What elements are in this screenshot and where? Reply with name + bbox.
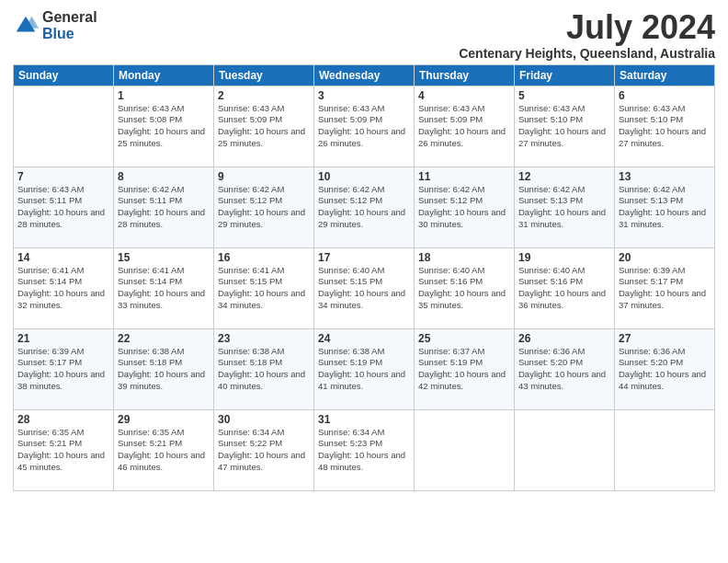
calendar-cell: 6Sunrise: 6:43 AM Sunset: 5:10 PM Daylig… [615,86,715,167]
calendar-header-saturday: Saturday [615,64,715,86]
day-number: 5 [518,89,610,102]
calendar-header-friday: Friday [515,64,615,86]
day-number: 20 [619,251,711,264]
calendar-cell: 13Sunrise: 6:42 AM Sunset: 5:13 PM Dayli… [615,167,715,247]
calendar-cell: 21Sunrise: 6:39 AM Sunset: 5:17 PM Dayli… [14,328,114,409]
day-info: Sunrise: 6:38 AM Sunset: 5:18 PM Dayligh… [218,346,310,393]
calendar-cell: 11Sunrise: 6:42 AM Sunset: 5:12 PM Dayli… [415,167,515,247]
calendar-cell: 30Sunrise: 6:34 AM Sunset: 5:22 PM Dayli… [214,409,314,490]
calendar-cell: 27Sunrise: 6:36 AM Sunset: 5:20 PM Dayli… [615,328,715,409]
day-number: 29 [118,413,210,426]
day-info: Sunrise: 6:43 AM Sunset: 5:11 PM Dayligh… [17,184,109,231]
logo-icon [13,13,39,39]
day-number: 12 [518,170,610,183]
calendar-cell: 8Sunrise: 6:42 AM Sunset: 5:11 PM Daylig… [114,167,214,247]
day-number: 9 [218,170,310,183]
page-container: General Blue July 2024 Centenary Heights… [0,0,728,563]
day-number: 1 [118,89,210,102]
calendar-cell: 10Sunrise: 6:42 AM Sunset: 5:12 PM Dayli… [314,167,415,247]
day-info: Sunrise: 6:36 AM Sunset: 5:20 PM Dayligh… [518,346,610,393]
calendar-cell: 4Sunrise: 6:43 AM Sunset: 5:09 PM Daylig… [415,86,515,167]
day-info: Sunrise: 6:42 AM Sunset: 5:13 PM Dayligh… [619,184,711,231]
calendar-cell: 15Sunrise: 6:41 AM Sunset: 5:14 PM Dayli… [114,247,214,328]
calendar-cell: 24Sunrise: 6:38 AM Sunset: 5:19 PM Dayli… [314,328,415,409]
day-number: 7 [17,170,109,183]
day-info: Sunrise: 6:43 AM Sunset: 5:09 PM Dayligh… [318,103,410,150]
calendar-week-4: 21Sunrise: 6:39 AM Sunset: 5:17 PM Dayli… [14,328,715,409]
logo-general: General [42,9,97,26]
day-info: Sunrise: 6:34 AM Sunset: 5:22 PM Dayligh… [218,427,310,474]
day-number: 21 [17,332,109,345]
title-block: July 2024 Centenary Heights, Queensland,… [459,9,715,61]
day-number: 26 [518,332,610,345]
day-info: Sunrise: 6:38 AM Sunset: 5:18 PM Dayligh… [118,346,210,393]
day-number: 27 [619,332,711,345]
logo-blue: Blue [42,26,97,42]
day-info: Sunrise: 6:39 AM Sunset: 5:17 PM Dayligh… [17,346,109,393]
day-number: 19 [518,251,610,264]
day-info: Sunrise: 6:42 AM Sunset: 5:11 PM Dayligh… [118,184,210,231]
day-number: 13 [619,170,711,183]
day-number: 17 [318,251,410,264]
calendar-cell: 1Sunrise: 6:43 AM Sunset: 5:08 PM Daylig… [114,86,214,167]
day-number: 24 [318,332,410,345]
calendar-header-monday: Monday [114,64,214,86]
day-info: Sunrise: 6:41 AM Sunset: 5:14 PM Dayligh… [118,265,210,312]
header: General Blue July 2024 Centenary Heights… [13,9,715,61]
day-info: Sunrise: 6:42 AM Sunset: 5:12 PM Dayligh… [318,184,410,231]
calendar-cell: 2Sunrise: 6:43 AM Sunset: 5:09 PM Daylig… [214,86,314,167]
day-number: 16 [218,251,310,264]
day-info: Sunrise: 6:40 AM Sunset: 5:16 PM Dayligh… [518,265,610,312]
day-info: Sunrise: 6:40 AM Sunset: 5:15 PM Dayligh… [318,265,410,312]
calendar-header-row: SundayMondayTuesdayWednesdayThursdayFrid… [14,64,715,86]
day-number: 14 [17,251,109,264]
day-info: Sunrise: 6:38 AM Sunset: 5:19 PM Dayligh… [318,346,410,393]
calendar-cell: 9Sunrise: 6:42 AM Sunset: 5:12 PM Daylig… [214,167,314,247]
day-number: 10 [318,170,410,183]
calendar-cell: 25Sunrise: 6:37 AM Sunset: 5:19 PM Dayli… [415,328,515,409]
day-number: 4 [418,89,510,102]
calendar-cell: 7Sunrise: 6:43 AM Sunset: 5:11 PM Daylig… [14,167,114,247]
day-info: Sunrise: 6:41 AM Sunset: 5:14 PM Dayligh… [17,265,109,312]
calendar-cell: 16Sunrise: 6:41 AM Sunset: 5:15 PM Dayli… [214,247,314,328]
calendar-cell: 31Sunrise: 6:34 AM Sunset: 5:23 PM Dayli… [314,409,415,490]
day-number: 25 [418,332,510,345]
calendar-cell: 19Sunrise: 6:40 AM Sunset: 5:16 PM Dayli… [515,247,615,328]
day-info: Sunrise: 6:42 AM Sunset: 5:12 PM Dayligh… [218,184,310,231]
location: Centenary Heights, Queensland, Australia [459,46,715,61]
month-title: July 2024 [459,9,715,46]
calendar-cell [14,86,114,167]
day-info: Sunrise: 6:34 AM Sunset: 5:23 PM Dayligh… [318,427,410,474]
logo: General Blue [13,9,97,41]
day-info: Sunrise: 6:43 AM Sunset: 5:08 PM Dayligh… [118,103,210,150]
day-number: 28 [17,413,109,426]
calendar-week-1: 1Sunrise: 6:43 AM Sunset: 5:08 PM Daylig… [14,86,715,167]
day-info: Sunrise: 6:42 AM Sunset: 5:12 PM Dayligh… [418,184,510,231]
day-info: Sunrise: 6:41 AM Sunset: 5:15 PM Dayligh… [218,265,310,312]
logo-text: General Blue [42,9,97,41]
day-info: Sunrise: 6:40 AM Sunset: 5:16 PM Dayligh… [418,265,510,312]
calendar-cell [415,409,515,490]
day-number: 31 [318,413,410,426]
day-number: 11 [418,170,510,183]
calendar-week-2: 7Sunrise: 6:43 AM Sunset: 5:11 PM Daylig… [14,167,715,247]
day-info: Sunrise: 6:35 AM Sunset: 5:21 PM Dayligh… [118,427,210,474]
calendar-week-5: 28Sunrise: 6:35 AM Sunset: 5:21 PM Dayli… [14,409,715,490]
calendar-cell: 18Sunrise: 6:40 AM Sunset: 5:16 PM Dayli… [415,247,515,328]
day-info: Sunrise: 6:43 AM Sunset: 5:09 PM Dayligh… [218,103,310,150]
day-info: Sunrise: 6:35 AM Sunset: 5:21 PM Dayligh… [17,427,109,474]
calendar-cell [515,409,615,490]
calendar-cell: 17Sunrise: 6:40 AM Sunset: 5:15 PM Dayli… [314,247,415,328]
calendar-header-sunday: Sunday [14,64,114,86]
day-number: 8 [118,170,210,183]
day-info: Sunrise: 6:39 AM Sunset: 5:17 PM Dayligh… [619,265,711,312]
day-number: 22 [118,332,210,345]
day-info: Sunrise: 6:43 AM Sunset: 5:10 PM Dayligh… [518,103,610,150]
calendar-cell: 28Sunrise: 6:35 AM Sunset: 5:21 PM Dayli… [14,409,114,490]
calendar-cell [615,409,715,490]
calendar-cell: 3Sunrise: 6:43 AM Sunset: 5:09 PM Daylig… [314,86,415,167]
calendar-header-thursday: Thursday [415,64,515,86]
calendar-cell: 5Sunrise: 6:43 AM Sunset: 5:10 PM Daylig… [515,86,615,167]
calendar-cell: 22Sunrise: 6:38 AM Sunset: 5:18 PM Dayli… [114,328,214,409]
day-number: 2 [218,89,310,102]
